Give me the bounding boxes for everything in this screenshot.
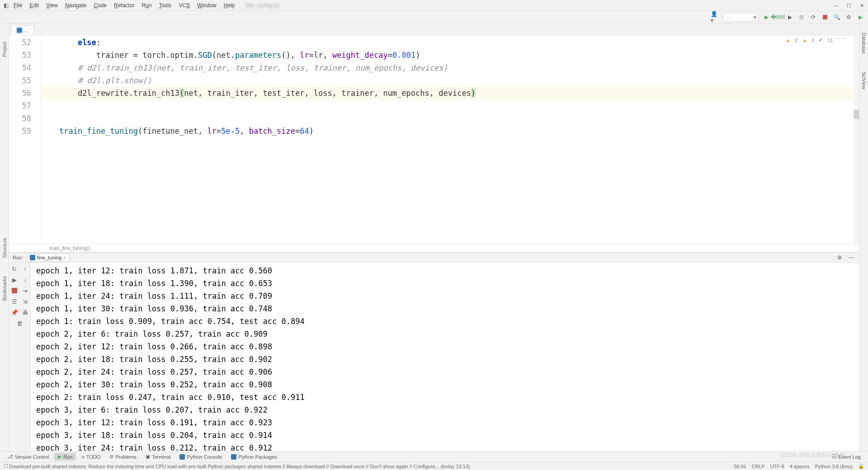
tool-todo[interactable]: ≡ TODO	[78, 453, 104, 461]
python-icon	[179, 454, 185, 460]
menu-help[interactable]: Help	[220, 1, 239, 9]
debug-icon[interactable]: �866	[774, 13, 782, 21]
sidebar-bookmarks[interactable]: Bookmarks	[2, 276, 7, 301]
run-icon[interactable]: ▶	[11, 276, 18, 283]
run-anything-icon[interactable]: ▶	[856, 13, 864, 21]
run-icon[interactable]: ▶	[762, 13, 770, 21]
inspection-widget[interactable]: ▲2 ▲1 ✔11 ˆ ˇ	[785, 37, 845, 43]
menu-edit[interactable]: Edit	[26, 1, 42, 9]
chevron-up-icon[interactable]: ˆ	[838, 38, 840, 43]
label: Python Console	[187, 454, 222, 460]
tool-terminal[interactable]: ▣ Terminal	[142, 453, 175, 461]
warning-icon: ▲	[785, 38, 790, 43]
coverage-icon[interactable]: ▶	[786, 13, 794, 21]
concurrency-icon[interactable]: ⟳	[809, 13, 817, 21]
console-output[interactable]: epoch 1, iter 12: train loss 1.871, trai…	[31, 263, 859, 451]
stop-icon[interactable]	[821, 13, 829, 21]
minimize-button[interactable]: —	[834, 3, 839, 8]
tool-python-packages[interactable]: Python Packages	[227, 453, 281, 461]
indent[interactable]: 4 spaces	[790, 464, 810, 469]
menu-window[interactable]: Window	[193, 1, 220, 9]
event-log[interactable]: ☷ Event Log	[828, 453, 864, 461]
todo-icon: ≡	[81, 454, 84, 460]
label: Run	[63, 454, 72, 460]
interpreter[interactable]: Python 3.8 (limu)	[815, 464, 853, 469]
tool-python-console[interactable]: Python Console	[176, 453, 226, 461]
tool-problems[interactable]: ⊘ Problems	[106, 453, 140, 461]
code-editor[interactable]: 5253545556575859 else: trainer = torch.o…	[9, 35, 859, 243]
maximize-button[interactable]: ☐	[846, 3, 852, 8]
user-icon[interactable]: 👤▾	[711, 13, 719, 21]
scroll-icon[interactable]: ⇲	[21, 298, 28, 305]
run-toolbar: ↻ ↑ ▶ ↓ ⇥ ☰ ⇲ �	[9, 263, 31, 451]
menu-view[interactable]: View	[42, 1, 61, 9]
editor-gutter: 5253545556575859	[9, 35, 41, 243]
code-content[interactable]: else: trainer = torch.optim.SGD(net.para…	[41, 35, 859, 243]
label: TODO	[86, 454, 101, 460]
editor-tabs: ...	[9, 24, 859, 35]
soft-wrap-icon[interactable]: ⇥	[21, 287, 28, 294]
close-icon[interactable]: ×	[63, 255, 66, 260]
line-separator[interactable]: CRLF	[752, 464, 765, 469]
layout-icon[interactable]: ☰	[11, 298, 18, 305]
editor-tab[interactable]: ...	[11, 25, 34, 35]
breadcrumb-path[interactable]: ...	[4, 14, 8, 20]
status-icon[interactable]: ☐	[4, 463, 8, 469]
menubar: ◧ File Edit View Navigate Code Refactor …	[0, 0, 868, 11]
menu-file[interactable]: File	[10, 1, 26, 9]
check-icon: ✔	[819, 37, 823, 43]
rerun-icon[interactable]: ↻	[11, 265, 18, 273]
left-tool-sidebar: Project Structure Bookmarks	[0, 24, 9, 451]
run-tab-label: fine_tuning	[37, 255, 61, 260]
print-icon[interactable]: 🖶	[21, 309, 28, 316]
tool-run[interactable]: ▶ Run	[54, 453, 76, 461]
gear-icon[interactable]: ⚙	[835, 254, 844, 262]
tool-version-control[interactable]: ⎇ Version Control	[4, 453, 52, 461]
menu-tools[interactable]: Tools	[155, 1, 175, 9]
bottom-toolbar: ⎇ Version Control ▶ Run ≡ TODO ⊘ Problem…	[0, 451, 868, 462]
menu-navigate[interactable]: Navigate	[61, 1, 90, 9]
lock-icon[interactable]: 🔒	[858, 463, 864, 469]
chevron-down-icon[interactable]: ˇ	[844, 38, 845, 43]
sidebar-structure[interactable]: Structure	[2, 238, 7, 258]
editor-scrollbar-thumb[interactable]	[854, 110, 859, 119]
editor-breadcrumb[interactable]: train_fine_tuning()	[9, 243, 859, 252]
up-icon[interactable]: ↑	[21, 265, 28, 273]
run-config-selector[interactable]: ...	[722, 13, 759, 22]
label: Event Log	[838, 454, 861, 460]
problems-icon: ⊘	[109, 454, 113, 460]
close-button[interactable]: ✕	[859, 3, 864, 8]
settings-icon[interactable]: ⚙	[844, 13, 853, 21]
window-title: fine_tuning.py	[245, 2, 279, 9]
run-tab[interactable]: fine_tuning ×	[27, 254, 69, 262]
status-message[interactable]: Download pre-built shared indexes: Reduc…	[9, 464, 470, 469]
label: Terminal	[152, 454, 171, 460]
weak-warning-count: 1	[811, 38, 814, 43]
breadcrumb-item[interactable]: train_fine_tuning()	[50, 245, 90, 251]
profile-icon[interactable]: ⊙	[797, 13, 806, 21]
search-icon[interactable]: 🔍	[833, 13, 841, 21]
label: Version Control	[15, 454, 49, 460]
stop-icon[interactable]	[11, 287, 18, 294]
run-tool-window: Run: fine_tuning × ⚙ — ↻ ↑	[9, 252, 859, 451]
sidebar-sciview[interactable]: SciView	[861, 72, 867, 89]
down-icon[interactable]: ↓	[21, 276, 28, 283]
hide-icon[interactable]: —	[847, 254, 855, 262]
menu-run[interactable]: Run	[138, 1, 155, 9]
navbar: ... 👤▾ ... ▶ �866 ▶ ⊙ ⟳ 🔍 ⚙ ▶	[0, 11, 868, 24]
sidebar-database[interactable]: Database	[861, 33, 867, 54]
menu-code[interactable]: Code	[90, 1, 110, 9]
python-icon	[231, 454, 236, 460]
cursor-position[interactable]: 56:91	[734, 464, 746, 469]
file-encoding[interactable]: UTF-8	[770, 464, 784, 469]
check-count: 11	[827, 38, 833, 43]
menu-refactor[interactable]: Refactor	[110, 1, 138, 9]
sidebar-project[interactable]: Project	[2, 42, 7, 57]
branch-icon: ⎇	[7, 454, 13, 460]
weak-warning-icon: ▲	[802, 38, 807, 43]
trash-icon[interactable]: 🗑	[16, 320, 24, 327]
editor-scrollbar[interactable]	[854, 35, 859, 243]
pin-icon[interactable]: 📌	[11, 309, 18, 316]
menu-vcs[interactable]: VCS	[175, 1, 193, 9]
label: Python Packages	[238, 454, 277, 460]
